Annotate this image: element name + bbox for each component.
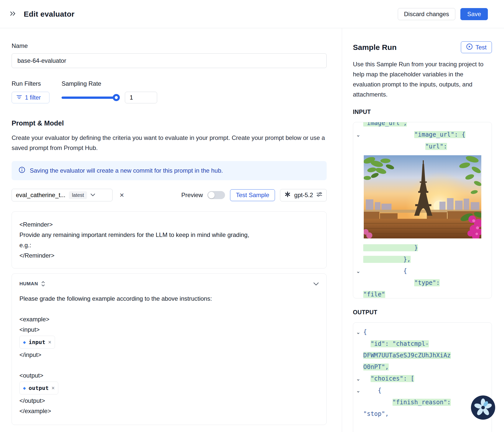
message-line: <output>	[19, 370, 319, 381]
filter-icon	[16, 94, 22, 101]
code-line: DFWM7UUTaSeSJ9cZUhJhXiAz	[353, 350, 492, 361]
code-token: "choices": [	[371, 375, 414, 382]
code-line: "file"	[353, 289, 492, 298]
code-token: "stop",	[363, 410, 389, 417]
input-variable-chip[interactable]: ◆ input ×	[19, 336, 55, 349]
code-token: "url":	[425, 143, 447, 150]
discard-changes-button[interactable]: Discard changes	[398, 8, 456, 20]
code-line: ⌄ {	[353, 385, 492, 396]
collapse-node-icon[interactable]: ⌄	[353, 265, 363, 277]
code-line: ⌄ "choices": [	[353, 373, 492, 385]
code-line: "type":	[353, 277, 492, 289]
run-filters-button[interactable]: 1 filter	[12, 92, 49, 103]
model-select-value: gpt-5.2	[294, 192, 313, 199]
test-sample-button[interactable]: Test Sample	[230, 189, 275, 201]
collapse-message-icon[interactable]	[313, 282, 319, 286]
code-token: "id": "chatcmpl-	[371, 340, 429, 347]
collapse-panel-button[interactable]	[10, 11, 16, 17]
sample-input-image	[364, 155, 481, 238]
sampling-rate-input[interactable]	[125, 92, 157, 103]
remove-output-variable-icon[interactable]: ×	[51, 385, 55, 391]
role-switch-icon[interactable]	[41, 281, 45, 287]
preview-toggle[interactable]	[207, 191, 225, 199]
prompt-select[interactable]: eval_catherine_t... latest	[12, 189, 113, 201]
code-line: O0nPT",	[353, 361, 492, 373]
info-icon	[19, 167, 25, 175]
code-line: }	[353, 242, 492, 254]
code-token: }	[363, 244, 418, 251]
code-token: {	[378, 387, 381, 394]
test-button[interactable]: Test	[461, 41, 492, 53]
run-filters-label: Run Filters	[12, 80, 62, 87]
model-select[interactable]: gpt-5.2	[280, 189, 327, 201]
system-prompt-editor[interactable]: <Reminder> Provide any remaining importa…	[12, 211, 327, 268]
header: Edit evaluator Discard changes Save	[0, 0, 504, 28]
output-variable-chip[interactable]: ◆ output ×	[19, 382, 58, 394]
input-section-label: INPUT	[353, 109, 492, 115]
code-token: {	[363, 328, 367, 335]
input-json-viewer[interactable]: image_url",⌄ "image_url": { "url":	[353, 122, 492, 298]
slider-handle[interactable]	[113, 94, 120, 101]
code-token: },	[363, 256, 411, 263]
human-message-block: HUMAN Please grade the following example…	[12, 273, 327, 425]
sample-run-panel: Sample Run Test Use this Sample Run from…	[342, 28, 504, 432]
collapse-node-icon[interactable]: ⌄	[353, 385, 363, 396]
code-line: },	[353, 254, 492, 265]
code-line: image_url",	[353, 122, 492, 129]
preview-label: Preview	[181, 192, 203, 199]
code-token: O0nPT",	[363, 363, 389, 371]
info-banner-text: Saving the evaluator will create a new c…	[30, 167, 223, 174]
message-role-label: HUMAN	[19, 281, 38, 287]
code-line: ⌄{	[353, 326, 492, 338]
double-chevron-right-icon	[10, 11, 16, 17]
close-icon: ×	[120, 191, 124, 199]
message-line: </output>	[19, 395, 319, 406]
code-line: "url":	[353, 141, 492, 152]
code-token: {	[403, 267, 407, 274]
prompt-select-value: eval_catherine_t...	[16, 192, 65, 199]
code-token: image_url",	[363, 122, 407, 127]
name-label: Name	[12, 42, 327, 49]
human-message-editor[interactable]: Please grade the following example accor…	[19, 293, 319, 416]
message-line: <example>	[19, 314, 319, 324]
clear-prompt-button[interactable]: ×	[116, 189, 128, 201]
code-line: ⌄ "image_url": {	[353, 129, 492, 141]
chat-widget-button[interactable]	[471, 395, 495, 420]
code-token: DFWM7UUTaSeSJ9cZUhJhXiAz	[363, 352, 451, 359]
code-token: "type":	[414, 279, 440, 286]
save-button[interactable]: Save	[460, 8, 488, 20]
prompt-model-title: Prompt & Model	[12, 119, 327, 127]
output-section-label: OUTPUT	[353, 309, 492, 316]
sample-run-description: Use this Sample Run from your tracing pr…	[353, 59, 492, 100]
page-title: Edit evaluator	[24, 10, 74, 18]
code-token: "finish_reason":	[393, 399, 451, 406]
code-token: "image_url": {	[414, 131, 465, 138]
remove-input-variable-icon[interactable]: ×	[48, 340, 51, 345]
message-line: </input>	[19, 350, 319, 360]
prompt-model-description: Create your evaluator by defining the cr…	[12, 133, 327, 153]
flower-logo-icon	[471, 417, 495, 421]
chevron-down-icon	[91, 193, 95, 197]
variable-diamond-icon: ◆	[23, 337, 26, 347]
prompt-version-badge: latest	[69, 191, 87, 199]
sampling-rate-slider[interactable]	[62, 97, 118, 99]
info-banner: Saving the evaluator will create a new c…	[12, 161, 327, 180]
variable-diamond-icon: ◆	[23, 383, 26, 393]
evaluator-form-panel: Name Run Filters Sampling Rate 1 filter	[0, 28, 342, 432]
code-line: "id": "chatcmpl-	[353, 338, 492, 350]
collapse-node-icon[interactable]: ⌄	[353, 129, 363, 141]
model-settings-icon	[316, 192, 322, 199]
sampling-rate-label: Sampling Rate	[62, 80, 327, 87]
message-line: </example>	[19, 406, 319, 416]
name-input[interactable]	[12, 53, 327, 68]
collapse-node-icon[interactable]: ⌄	[353, 373, 363, 385]
message-line: <input>	[19, 324, 319, 335]
sample-run-title: Sample Run	[353, 43, 397, 52]
code-line: ⌄ {	[353, 265, 492, 277]
message-line: Please grade the following example accor…	[19, 293, 319, 304]
collapse-node-icon[interactable]: ⌄	[353, 326, 363, 338]
play-circle-icon	[466, 43, 473, 51]
code-token: "file"	[363, 291, 385, 298]
openai-logo-icon	[284, 191, 291, 199]
